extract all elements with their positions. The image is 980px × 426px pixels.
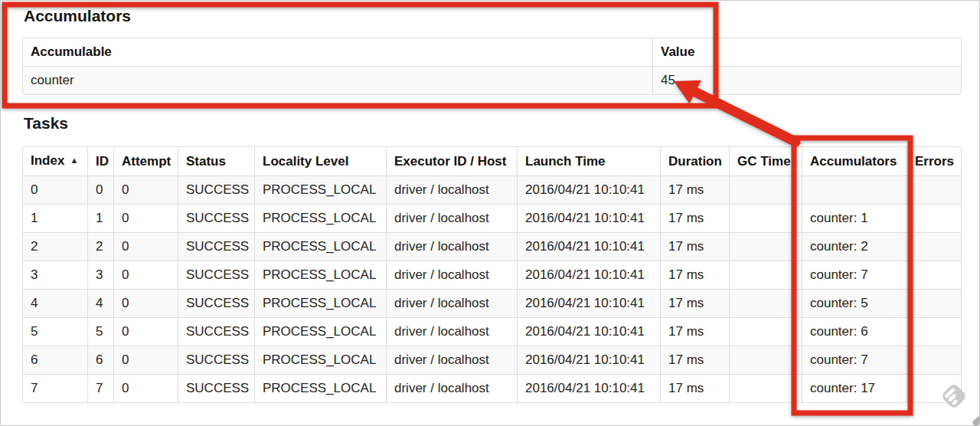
- tasks-section-title: Tasks: [24, 114, 68, 133]
- task-cell-index: 6: [23, 346, 87, 374]
- task-cell-attempt: 0: [113, 261, 178, 289]
- task-cell-duration: 17 ms: [660, 346, 729, 374]
- task-row-7: 770SUCCESSPROCESS_LOCALdriver / localhos…: [23, 374, 961, 402]
- task-cell-locality-level: PROCESS_LOCAL: [254, 289, 386, 317]
- task-cell-status: SUCCESS: [178, 204, 254, 232]
- task-cell-launch-time: 2016/04/21 10:10:41: [517, 261, 660, 289]
- task-cell-attempt: 0: [113, 204, 178, 232]
- task-cell-launch-time: 2016/04/21 10:10:41: [517, 232, 660, 261]
- task-cell-gc-time: [729, 204, 802, 232]
- task-cell-status: SUCCESS: [178, 374, 254, 402]
- task-cell-index: 5: [23, 317, 87, 346]
- column-header-id[interactable]: ID: [87, 147, 113, 175]
- task-cell-id: 2: [87, 232, 113, 261]
- column-header-value[interactable]: Value: [652, 38, 961, 66]
- column-header-accumulators[interactable]: Accumulators: [802, 147, 906, 175]
- task-cell-launch-time: 2016/04/21 10:10:41: [517, 175, 660, 204]
- annotation-arrow-shaft: [694, 91, 795, 142]
- task-cell-locality-level: PROCESS_LOCAL: [254, 232, 386, 261]
- column-header-gc-time[interactable]: GC Time: [729, 147, 802, 175]
- task-cell-errors: [906, 346, 961, 374]
- task-row-3: 330SUCCESSPROCESS_LOCALdriver / localhos…: [23, 261, 961, 289]
- task-cell-accumulators: counter: 2: [802, 232, 906, 261]
- task-cell-duration: 17 ms: [660, 374, 729, 402]
- task-cell-status: SUCCESS: [178, 317, 254, 346]
- task-cell-launch-time: 2016/04/21 10:10:41: [517, 317, 660, 346]
- task-cell-accumulators: counter: 1: [802, 204, 906, 232]
- task-cell-status: SUCCESS: [178, 261, 254, 289]
- task-cell-executor-id-host: driver / localhost: [386, 289, 517, 317]
- task-cell-status: SUCCESS: [178, 232, 254, 261]
- task-cell-accumulators: [802, 175, 906, 204]
- column-header-launch-time[interactable]: Launch Time: [517, 147, 660, 175]
- column-header-status[interactable]: Status: [178, 147, 254, 175]
- accumulators-table: Accumulable Value counter 45: [22, 38, 962, 95]
- task-cell-errors: [906, 232, 961, 261]
- column-header-index-label: Index: [31, 153, 64, 168]
- column-header-attempt[interactable]: Attempt: [113, 147, 178, 175]
- task-cell-attempt: 0: [113, 232, 178, 261]
- task-cell-locality-level: PROCESS_LOCAL: [254, 346, 386, 374]
- task-cell-index: 0: [23, 175, 87, 204]
- column-header-locality-level[interactable]: Locality Level: [254, 147, 386, 175]
- task-cell-gc-time: [729, 374, 802, 402]
- task-cell-index: 3: [23, 261, 87, 289]
- task-cell-gc-time: [729, 261, 802, 289]
- column-header-index[interactable]: Index▲: [23, 147, 87, 175]
- task-cell-attempt: 0: [113, 289, 178, 317]
- column-header-accumulable[interactable]: Accumulable: [23, 38, 652, 66]
- task-cell-locality-level: PROCESS_LOCAL: [254, 374, 386, 402]
- task-cell-launch-time: 2016/04/21 10:10:41: [517, 374, 660, 402]
- accumulator-row: counter 45: [23, 66, 961, 94]
- task-cell-id: 4: [87, 289, 113, 317]
- task-cell-errors: [906, 261, 961, 289]
- task-cell-status: SUCCESS: [178, 175, 254, 204]
- watermark-corner-fragment: [972, 411, 980, 426]
- task-cell-accumulators: counter: 7: [802, 346, 906, 374]
- spark-stage-detail-page: Accumulators Accumulable Value counter 4…: [0, 0, 980, 426]
- task-cell-status: SUCCESS: [178, 289, 254, 317]
- task-cell-gc-time: [729, 346, 802, 374]
- column-header-errors[interactable]: Errors: [906, 147, 961, 175]
- column-header-executor-id-host[interactable]: Executor ID / Host: [386, 147, 517, 175]
- task-cell-index: 1: [23, 204, 87, 232]
- task-cell-duration: 17 ms: [660, 175, 729, 204]
- task-cell-executor-id-host: driver / localhost: [386, 317, 517, 346]
- task-row-4: 440SUCCESSPROCESS_LOCALdriver / localhos…: [23, 289, 961, 317]
- task-cell-errors: [906, 317, 961, 346]
- task-cell-status: SUCCESS: [178, 346, 254, 374]
- task-cell-id: 5: [87, 317, 113, 346]
- task-cell-executor-id-host: driver / localhost: [386, 175, 517, 204]
- task-cell-duration: 17 ms: [660, 232, 729, 261]
- task-cell-index: 4: [23, 289, 87, 317]
- column-header-duration[interactable]: Duration: [660, 147, 729, 175]
- task-cell-executor-id-host: driver / localhost: [386, 232, 517, 261]
- task-cell-id: 3: [87, 261, 113, 289]
- task-cell-attempt: 0: [113, 374, 178, 402]
- task-cell-attempt: 0: [113, 317, 178, 346]
- task-cell-launch-time: 2016/04/21 10:10:41: [517, 346, 660, 374]
- task-cell-accumulators: counter: 7: [802, 261, 906, 289]
- task-cell-errors: [906, 374, 961, 402]
- task-row-5: 550SUCCESSPROCESS_LOCALdriver / localhos…: [23, 317, 961, 346]
- task-cell-attempt: 0: [113, 175, 178, 204]
- task-cell-accumulators: counter: 5: [802, 289, 906, 317]
- task-cell-locality-level: PROCESS_LOCAL: [254, 175, 386, 204]
- task-row-1: 110SUCCESSPROCESS_LOCALdriver / localhos…: [23, 204, 961, 232]
- task-cell-attempt: 0: [113, 346, 178, 374]
- task-row-2: 220SUCCESSPROCESS_LOCALdriver / localhos…: [23, 232, 961, 261]
- task-cell-locality-level: PROCESS_LOCAL: [254, 261, 386, 289]
- task-cell-duration: 17 ms: [660, 289, 729, 317]
- task-cell-gc-time: [729, 289, 802, 317]
- task-cell-id: 6: [87, 346, 113, 374]
- task-cell-gc-time: [729, 317, 802, 346]
- task-cell-accumulators: counter: 17: [802, 374, 906, 402]
- task-cell-gc-time: [729, 175, 802, 204]
- task-cell-errors: [906, 175, 961, 204]
- task-cell-duration: 17 ms: [660, 204, 729, 232]
- task-cell-executor-id-host: driver / localhost: [386, 346, 517, 374]
- task-cell-executor-id-host: driver / localhost: [386, 204, 517, 232]
- task-cell-errors: [906, 289, 961, 317]
- task-cell-executor-id-host: driver / localhost: [386, 374, 517, 402]
- accumulators-header-row: Accumulable Value: [23, 38, 961, 66]
